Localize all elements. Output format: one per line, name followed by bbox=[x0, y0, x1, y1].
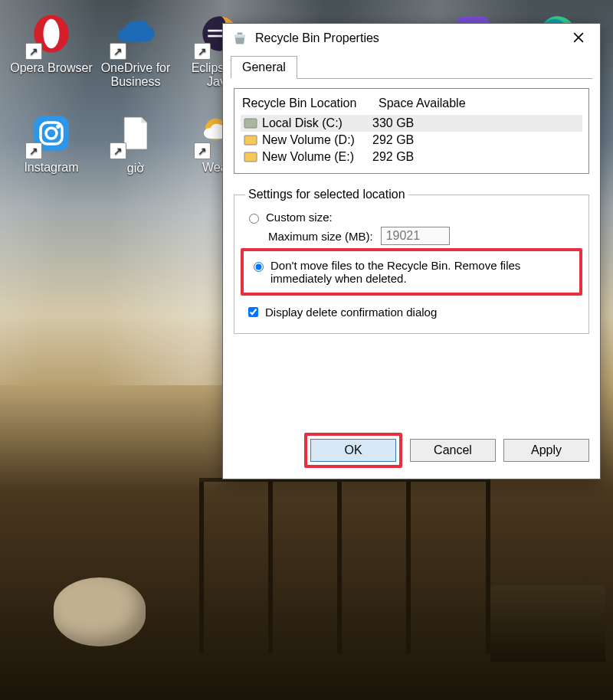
settings-legend: Settings for selected location bbox=[245, 188, 408, 201]
location-name: Local Disk (C:) bbox=[262, 116, 343, 130]
disk-icon bbox=[244, 118, 257, 129]
desktop-icon-textfile[interactable]: ↗giờ bbox=[93, 109, 178, 208]
desktop-icon-opera[interactable]: ↗Opera Browser bbox=[9, 9, 93, 109]
tab-general[interactable]: General bbox=[231, 56, 297, 79]
instagram-icon: ↗ bbox=[27, 109, 76, 158]
svg-rect-14 bbox=[244, 136, 257, 145]
recycle-bin-properties-dialog: Recycle Bin Properties General Recycle B… bbox=[222, 23, 601, 479]
confirm-checkbox[interactable] bbox=[248, 307, 258, 317]
confirm-label: Display delete confirmation dialog bbox=[265, 306, 437, 319]
textfile-icon: ↗ bbox=[111, 109, 160, 158]
tab-strip: General bbox=[231, 56, 592, 79]
shortcut-arrow-icon: ↗ bbox=[25, 142, 42, 159]
ok-button[interactable]: OK bbox=[310, 439, 396, 462]
recycle-bin-icon bbox=[232, 31, 247, 46]
dont-move-radio[interactable] bbox=[254, 262, 264, 272]
location-space: 292 GB bbox=[372, 133, 582, 147]
desktop-icon-label: giờ bbox=[127, 161, 144, 175]
disk-icon bbox=[244, 152, 257, 162]
desktop-icon-label: Instagram bbox=[24, 161, 78, 175]
opera-icon: ↗ bbox=[27, 9, 76, 58]
disk-icon bbox=[244, 135, 257, 146]
max-size-label: Maximum size (MB): bbox=[268, 230, 373, 243]
svg-point-10 bbox=[56, 125, 60, 129]
custom-size-label: Custom size: bbox=[266, 211, 333, 224]
desktop-icon-label: OneDrive for Business bbox=[93, 61, 178, 89]
settings-group: Settings for selected location Custom si… bbox=[234, 188, 589, 334]
wallpaper-barn bbox=[199, 478, 490, 654]
desktop-icon-onedrive[interactable]: ↗OneDrive for Business bbox=[93, 9, 178, 109]
max-size-input[interactable] bbox=[381, 227, 450, 245]
confirm-check-row[interactable]: Display delete confirmation dialog bbox=[245, 305, 578, 319]
location-space: 330 GB bbox=[372, 116, 582, 130]
wallpaper-haybale bbox=[54, 577, 146, 646]
apply-button[interactable]: Apply bbox=[503, 439, 589, 462]
col-location-header: Recycle Bin Location bbox=[242, 96, 379, 110]
location-row[interactable]: New Volume (E:)292 GB bbox=[241, 149, 582, 165]
highlight-ok: OK bbox=[304, 433, 402, 468]
location-space: 292 GB bbox=[372, 150, 582, 164]
wallpaper-vehicle bbox=[490, 585, 605, 662]
custom-size-radio[interactable] bbox=[249, 214, 259, 224]
dialog-titlebar: Recycle Bin Properties bbox=[223, 24, 600, 53]
dialog-title: Recycle Bin Properties bbox=[255, 31, 563, 45]
shortcut-arrow-icon: ↗ bbox=[25, 43, 42, 60]
cancel-button[interactable]: Cancel bbox=[410, 439, 496, 462]
shortcut-arrow-icon: ↗ bbox=[194, 142, 211, 159]
desktop-icon-label: Opera Browser bbox=[10, 61, 93, 75]
close-button[interactable] bbox=[563, 28, 594, 50]
location-name: New Volume (D:) bbox=[262, 133, 355, 147]
svg-rect-15 bbox=[244, 152, 257, 162]
dont-move-label: Don't move files to the Recycle Bin. Rem… bbox=[270, 259, 573, 285]
shortcut-arrow-icon: ↗ bbox=[110, 142, 126, 159]
location-list: Recycle Bin Location Space Available Loc… bbox=[234, 88, 589, 174]
location-row[interactable]: Local Disk (C:)330 GB bbox=[241, 115, 582, 132]
dont-move-radio-row[interactable]: Don't move files to the Recycle Bin. Rem… bbox=[250, 259, 573, 285]
svg-rect-12 bbox=[238, 33, 243, 35]
custom-size-radio-row[interactable]: Custom size: bbox=[245, 211, 578, 224]
svg-rect-13 bbox=[244, 119, 257, 128]
location-row[interactable]: New Volume (D:)292 GB bbox=[241, 132, 582, 149]
location-name: New Volume (E:) bbox=[262, 150, 354, 164]
svg-point-1 bbox=[44, 19, 60, 49]
desktop-icon-instagram[interactable]: ↗Instagram bbox=[9, 109, 93, 208]
shortcut-arrow-icon: ↗ bbox=[194, 43, 211, 60]
shortcut-arrow-icon: ↗ bbox=[110, 43, 126, 60]
highlight-dont-move: Don't move files to the Recycle Bin. Rem… bbox=[241, 248, 582, 296]
onedrive-icon: ↗ bbox=[111, 9, 160, 58]
col-space-header: Space Available bbox=[379, 96, 582, 110]
